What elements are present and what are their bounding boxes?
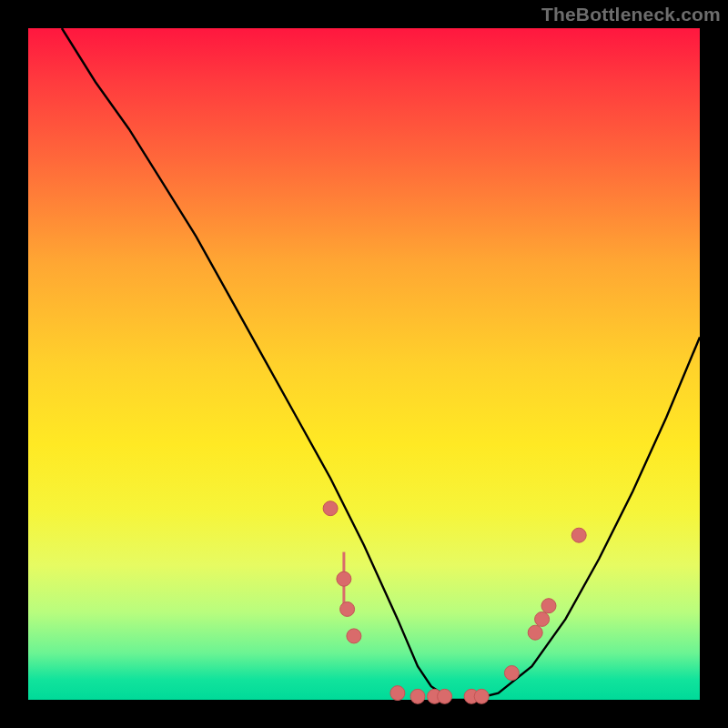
curve-marker	[438, 689, 452, 703]
curve-markers	[323, 501, 586, 704]
chart-svg	[28, 28, 700, 700]
curve-marker	[390, 686, 405, 701]
curve-marker	[528, 625, 542, 640]
curve-marker	[410, 689, 425, 703]
chart-frame: TheBottleneck.com	[0, 0, 728, 728]
curve-marker	[340, 602, 355, 616]
plot-area	[28, 28, 700, 700]
curve-marker	[504, 666, 519, 681]
curve-marker	[337, 571, 351, 586]
curve-marker	[347, 629, 361, 643]
curve-marker	[541, 599, 556, 613]
curve-marker	[571, 528, 586, 542]
watermark-text: TheBottleneck.com	[541, 4, 721, 25]
curve-marker	[535, 612, 550, 626]
bottleneck-curve	[62, 28, 700, 700]
curve-marker	[323, 501, 338, 516]
curve-marker	[474, 689, 489, 703]
